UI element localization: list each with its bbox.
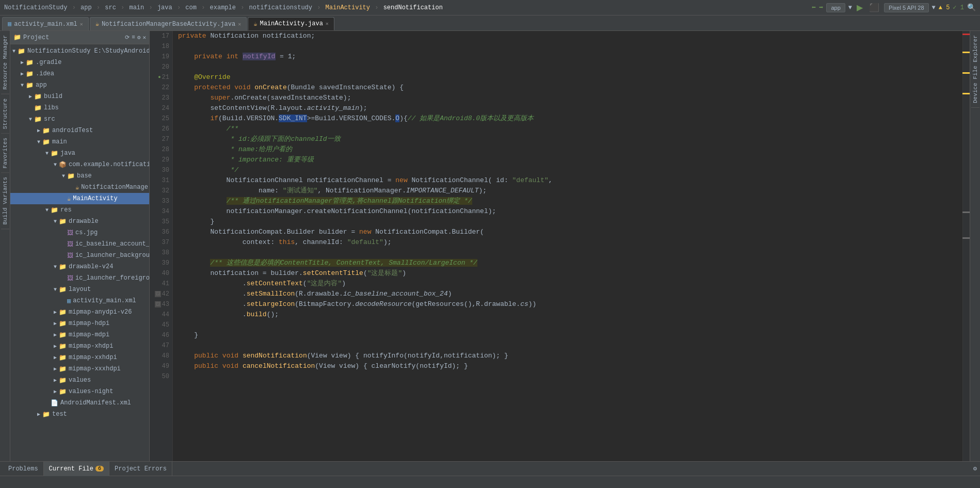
tree-item-main[interactable]: ▼ 📁 main [10,136,149,148]
line-numbers: 17 18 19 20 ●21 22 23 24 25 26 27 28 29 … [150,31,173,461]
tree-item-root[interactable]: ▼ 📁 NotificationStudy E:\StudyAndroid\No [10,45,149,57]
folder-icon: 📁 [51,150,58,157]
tree-item-values-night[interactable]: ▶ 📁 values-night [10,386,149,397]
tree-item-build[interactable]: ▶ 📁 build [10,91,149,102]
warning-marker [962,93,970,94]
search-icon[interactable]: 🔍 [967,3,976,12]
top-bar: NotificationStudy › app › src › main › j… [0,0,980,15]
nav-forward-icon[interactable]: ➡ [819,3,823,12]
tree-item-label: values [69,377,91,384]
breadcrumb-item[interactable]: java [157,4,172,11]
tree-item-mipmap-xxxhdpi[interactable]: ▶ 📁 mipmap-xxxhdpi [10,363,149,375]
tree-item-gradle[interactable]: ▶ 📁 .gradle [10,57,149,68]
breadcrumb-item[interactable]: example [210,4,236,11]
tree-item-main-activity[interactable]: ▶ ☕ MainActivity [10,193,149,204]
status-bar: Problems Current File 6 Project Errors ⚙ [0,461,980,476]
breadcrumb-item[interactable]: src [105,4,116,11]
breadcrumb-class[interactable]: MainActivity [326,4,370,11]
status-right: ⚙ [973,465,977,473]
tree-item-mipmap-anydpi[interactable]: ▶ 📁 mipmap-anydpi-v26 [10,306,149,318]
editor-content[interactable]: 17 18 19 20 ●21 22 23 24 25 26 27 28 29 … [150,31,962,461]
tree-item-idea[interactable]: ▶ 📁 .idea [10,68,149,79]
breadcrumb-method[interactable]: sendNotification [383,4,443,11]
tree-item-test[interactable]: ▶ 📁 test [10,409,149,420]
close-sidebar-icon[interactable]: ✕ [142,34,146,41]
current-file-tab[interactable]: Current File 6 [44,462,109,476]
code-editor[interactable]: private Notification notification; priva… [173,31,962,461]
expand-arrow: ▼ [27,117,34,122]
tab-close-icon[interactable]: ✕ [80,21,83,27]
expand-arrow: ▶ [27,93,34,100]
device-dropdown-icon[interactable]: ▼ [932,4,936,11]
tree-item-drawable-v24[interactable]: ▼ 📁 drawable-v24 [10,261,149,272]
breadcrumb-item[interactable]: com [185,4,197,11]
tree-item-ic-launcher-bg[interactable]: ▶ 🖼 ic_launcher_backgrou [10,250,149,261]
settings-icon[interactable]: ⚙ [137,34,141,41]
sidebar-title: Project [23,34,49,41]
tab-notification-manager[interactable]: ☕ NotificationManagerBaseActivity.java ✕ [90,17,247,30]
tree-item-ic-launcher-fg[interactable]: ▶ 🖼 ic_launcher_foreigrou [10,272,149,284]
tree-item-java[interactable]: ▼ 📁 java [10,148,149,159]
tree-item-src[interactable]: ▼ 📁 src [10,113,149,125]
current-file-label: Current File [49,465,93,473]
expand-arrow: ▼ [52,162,59,168]
tree-item-drawable[interactable]: ▼ 📁 drawable [10,216,149,227]
tree-item-mipmap-hdpi[interactable]: ▶ 📁 mipmap-hdpi [10,318,149,329]
tree-item-values[interactable]: ▶ 📁 values [10,375,149,386]
tree-item-android-manifest[interactable]: ▶ 📄 AndroidManifest.xml [10,397,149,409]
tab-close-icon[interactable]: ✕ [326,21,329,27]
structure-tab[interactable]: Structure [1,94,9,134]
project-errors-tab[interactable]: Project Errors [109,462,172,476]
errors-badge[interactable]: ✓ 1 [953,4,964,11]
nav-back-icon[interactable]: ⬅ [812,3,816,12]
tree-item-androidtest[interactable]: ▶ 📁 androidTest [10,125,149,136]
build-variants-tab[interactable]: Build Variants [1,173,9,229]
folder-icon: 📁 [59,286,67,294]
tree-item-base[interactable]: ▼ 📁 base [10,170,149,182]
image-icon: 🖼 [67,229,73,237]
xml-icon: ▦ [8,20,11,28]
tree-item-ic-baseline[interactable]: ▶ 🖼 ic_baseline_account_ [10,238,149,250]
tree-item-libs[interactable]: ▶ 📁 libs [10,102,149,113]
breadcrumb-item[interactable]: app [81,4,92,11]
collapse-all-icon[interactable]: ≡ [132,34,135,41]
tree-item-activity-xml[interactable]: ▶ ▦ activity_main.xml [10,295,149,306]
debug-button[interactable]: ⬛ [867,3,881,12]
sync-icon[interactable]: ⟳ [125,34,130,41]
run-config-dropdown-icon[interactable]: ▼ [848,4,852,11]
project-icon: 📁 [13,34,21,41]
problems-tab[interactable]: Problems [3,462,44,476]
breadcrumb-item[interactable]: NotificationStudy [4,4,67,11]
breadcrumb-item[interactable]: notificationstudy [249,4,312,11]
tree-item-notification-manager-file[interactable]: ▶ ☕ NotificationManage [10,182,149,193]
device-file-explorer-tab[interactable]: Device File Explorer [971,31,979,108]
tree-item-app[interactable]: ▼ 📁 app [10,79,149,91]
tab-main-activity[interactable]: ☕ MainActivity.java ✕ [248,17,334,30]
tree-item-package[interactable]: ▼ 📦 com.example.notificatio [10,159,149,170]
tree-item-layout[interactable]: ▼ 📁 layout [10,284,149,295]
tree-item-label: libs [44,104,59,111]
folder-icon: 📁 [59,354,67,362]
tree-item-label: mipmap-mdpi [69,331,109,338]
tree-item-mipmap-xhdpi[interactable]: ▶ 📁 mipmap-xhdpi [10,340,149,352]
warnings-badge[interactable]: ▲ 5 [939,4,950,11]
run-config-button[interactable]: app [826,3,845,12]
settings-gear-icon[interactable]: ⚙ [973,465,977,473]
folder-icon: 📁 [59,308,67,316]
tree-item-res[interactable]: ▼ 📁 res [10,204,149,216]
tree-item-label: NotificationManage [81,184,148,191]
tree-item-mipmap-xxhdpi[interactable]: ▶ 📁 mipmap-xxhdpi [10,352,149,363]
tree-item-cs-jpg[interactable]: ▶ 🖼 cs.jpg [10,227,149,238]
tree-item-mipmap-mdpi[interactable]: ▶ 📁 mipmap-mdpi [10,329,149,340]
manifest-icon: 📄 [51,399,58,407]
resource-manager-tab[interactable]: Resource Manager [1,31,9,94]
expand-arrow: ▼ [52,287,59,292]
tab-close-icon[interactable]: ✕ [238,21,241,27]
device-button[interactable]: Pixel 5 API 28 [884,3,929,12]
run-button[interactable]: ▶ [855,3,864,12]
favorites-tab[interactable]: Favorites [1,134,9,173]
tree-item-label: drawable [69,218,99,225]
tab-activity-main-xml[interactable]: ▦ activity_main.xml ✕ [2,17,89,30]
expand-arrow: ▶ [52,354,59,361]
breadcrumb-item[interactable]: main [129,4,144,11]
